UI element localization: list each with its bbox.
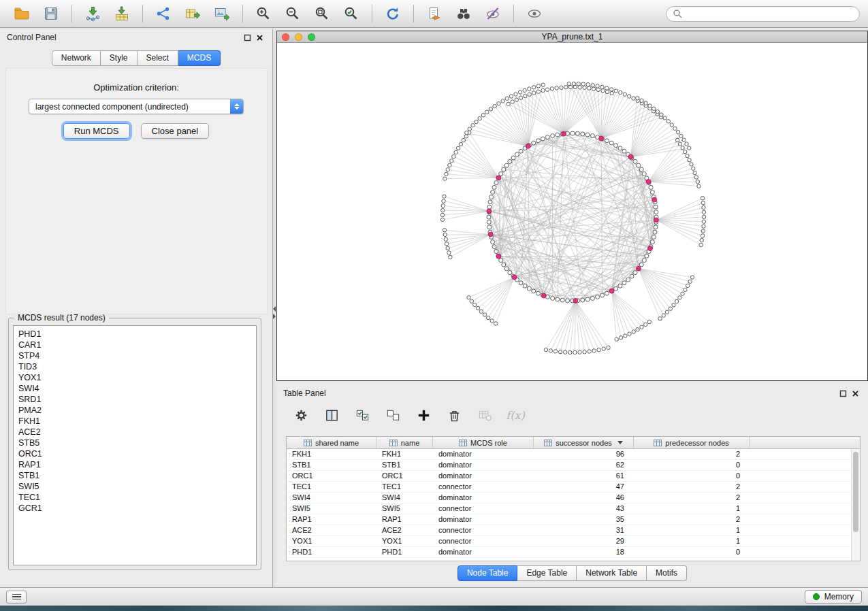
list-item[interactable]: YOX1	[18, 372, 256, 383]
export-image-button[interactable]	[208, 3, 236, 25]
tab-select[interactable]: Select	[138, 50, 178, 66]
search-box[interactable]	[666, 6, 860, 22]
close-panel-action-button[interactable]: Close panel	[141, 123, 210, 139]
table-row[interactable]: PHD1PHD1dominator180	[287, 547, 851, 558]
float-panel-button[interactable]	[241, 31, 253, 44]
search-network-button[interactable]	[450, 3, 477, 25]
list-item[interactable]: SWI5	[18, 481, 256, 492]
control-panel-title: Control Panel	[7, 33, 57, 42]
mcds-result-list[interactable]: PHD1CAR1STP4TID3YOX1SWI4SRD1PMA2FKH1ACE2…	[13, 325, 257, 565]
column-header-shared-name[interactable]: shared name	[287, 437, 376, 448]
close-table-panel-button[interactable]	[849, 387, 861, 399]
tab-node-table[interactable]: Node Table	[457, 565, 518, 581]
list-item[interactable]: CAR1	[18, 340, 256, 350]
zoom-selected-button[interactable]	[338, 3, 365, 25]
show-columns-button[interactable]	[322, 406, 341, 425]
export-table-button[interactable]	[179, 3, 206, 25]
scrollbar-thumb[interactable]	[853, 452, 858, 532]
select-all-button[interactable]	[353, 406, 372, 425]
list-item[interactable]: SRD1	[18, 394, 256, 405]
table-row[interactable]: ACE2ACE2connector311	[287, 525, 851, 536]
deselect-all-icon	[385, 408, 401, 423]
criterion-select[interactable]: largest connected component (undirected)	[29, 99, 244, 114]
export-network-button[interactable]	[150, 3, 177, 25]
list-item[interactable]: ORC1	[18, 448, 256, 459]
network-window-titlebar[interactable]: YPA_prune.txt_1	[277, 31, 867, 43]
table-row[interactable]: RAP1RAP1dominator352	[287, 514, 851, 525]
function-builder-button[interactable]: f(x)	[506, 406, 525, 425]
close-panel-button[interactable]	[253, 31, 266, 44]
list-item[interactable]: TID3	[18, 361, 256, 372]
window-minimize-button[interactable]	[295, 33, 302, 41]
panel-menu-button[interactable]	[6, 591, 27, 604]
export-image-icon	[214, 5, 230, 22]
table-row[interactable]: SWI5SWI5connector431	[287, 503, 851, 514]
list-item[interactable]: PHD1	[18, 329, 256, 340]
list-item[interactable]: STP4	[18, 350, 256, 361]
list-item[interactable]: SWI4	[18, 383, 256, 394]
table-row[interactable]: STB1STB1dominator620	[287, 460, 851, 471]
float-icon	[244, 34, 251, 42]
refresh-view-button[interactable]	[379, 3, 406, 25]
deselect-all-button[interactable]	[383, 406, 402, 425]
window-close-button[interactable]	[282, 33, 289, 41]
cell-shared_name: PHD1	[287, 547, 376, 557]
add-row-button[interactable]	[414, 406, 433, 425]
table-row[interactable]: TEC1TEC1connector472	[287, 482, 851, 493]
zoom-in-button[interactable]	[250, 3, 277, 25]
list-item[interactable]: ACE2	[18, 427, 256, 437]
tab-network-table[interactable]: Network Table	[577, 565, 647, 581]
cell-shared_name: STB1	[287, 460, 376, 470]
export-network-icon	[155, 5, 172, 22]
cell-predecessors: 2	[634, 514, 750, 525]
cell-successors: 47	[534, 482, 634, 492]
splitter-collapse-buttons[interactable]	[273, 306, 276, 319]
list-item[interactable]: STB5	[18, 437, 256, 448]
table-scrollbar[interactable]	[851, 449, 860, 561]
float-table-panel-button[interactable]	[837, 387, 849, 399]
table-row[interactable]: ORC1ORC1dominator610	[287, 471, 851, 482]
import-network-button[interactable]	[79, 3, 106, 25]
list-item[interactable]: FKH1	[18, 416, 256, 427]
tab-style[interactable]: Style	[101, 50, 138, 66]
mcds-result-box: MCDS result (17 nodes) PHD1CAR1STP4TID3Y…	[8, 318, 261, 570]
show-graphics-details-button[interactable]	[521, 3, 548, 25]
table-settings-button[interactable]	[291, 406, 310, 425]
cell-predecessors: 1	[634, 536, 750, 546]
list-item[interactable]: TEC1	[18, 492, 256, 503]
network-canvas[interactable]	[277, 43, 867, 380]
column-header-successor-nodes[interactable]: successor nodes	[534, 437, 634, 448]
save-session-button[interactable]	[37, 3, 65, 25]
zoom-fit-icon	[314, 5, 330, 22]
delete-row-button[interactable]	[445, 406, 464, 425]
cell-name: ACE2	[376, 525, 433, 535]
column-header-predecessor-nodes[interactable]: predecessor nodes	[634, 437, 750, 448]
zoom-out-button[interactable]	[279, 3, 306, 25]
memory-button[interactable]: Memory	[805, 590, 862, 604]
window-maximize-button[interactable]	[308, 33, 315, 41]
table-row[interactable]: YOX1YOX1connector291	[287, 536, 851, 547]
delete-table-button[interactable]	[475, 406, 494, 425]
list-item[interactable]: STB1	[18, 470, 256, 481]
tab-mcds[interactable]: MCDS	[178, 50, 221, 66]
list-item[interactable]: PMA2	[18, 405, 256, 416]
tab-network[interactable]: Network	[52, 50, 101, 66]
list-item[interactable]: GCR1	[18, 503, 256, 514]
search-input[interactable]	[686, 9, 853, 18]
chevron-down-icon[interactable]	[617, 441, 623, 444]
import-table-button[interactable]	[108, 3, 135, 25]
table-row[interactable]: FKH1FKH1dominator962	[287, 449, 851, 460]
column-header-MCDS-role[interactable]: MCDS role	[433, 437, 534, 448]
column-header-label: shared name	[315, 439, 359, 447]
tab-edge-table[interactable]: Edge Table	[517, 565, 577, 581]
zoom-fit-button[interactable]	[308, 3, 336, 25]
table-row[interactable]: SWI4SWI4dominator462	[287, 493, 851, 503]
list-item[interactable]: RAP1	[18, 459, 256, 470]
column-header-name[interactable]: name	[376, 437, 433, 448]
tab-motifs[interactable]: Motifs	[647, 565, 687, 581]
share-document-button[interactable]	[421, 3, 448, 25]
network-view-window[interactable]: YPA_prune.txt_1	[276, 31, 868, 381]
open-session-button[interactable]	[8, 3, 35, 25]
hide-selected-button[interactable]	[479, 3, 507, 25]
run-mcds-button[interactable]: Run MCDS	[63, 123, 130, 139]
